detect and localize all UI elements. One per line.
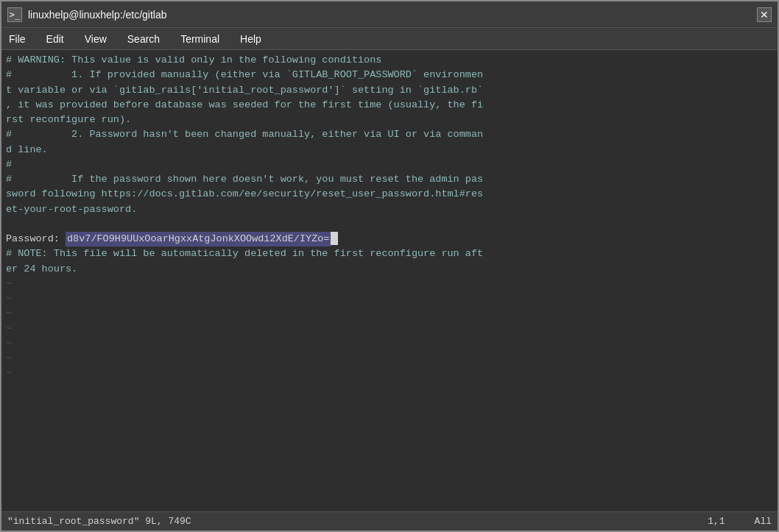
menu-edit[interactable]: Edit	[42, 32, 68, 46]
menu-view[interactable]: View	[80, 32, 111, 46]
title-bar: >_ linuxhelp@linuxhelp:/etc/gitlab ✕	[1, 1, 778, 28]
tilde-1: ~	[6, 277, 773, 291]
title-bar-left: >_ linuxhelp@linuxhelp:/etc/gitlab	[7, 7, 167, 22]
post-line-note: # NOTE: This file will be automatically …	[6, 247, 773, 261]
line-6: # 2. Password hasn't been changed manual…	[6, 127, 773, 142]
line-9: # If the password shown here doesn't wor…	[6, 172, 773, 187]
tilde-2: ~	[6, 291, 773, 306]
close-button[interactable]: ✕	[757, 7, 772, 22]
status-mode: All	[755, 516, 772, 527]
menu-search[interactable]: Search	[123, 32, 164, 46]
line-8: #	[6, 157, 773, 172]
tilde-4: ~	[6, 322, 773, 336]
password-line: Password: d8v7/FO9H9UUxOoarHgxxAtgJonkXO…	[6, 232, 773, 247]
line-2: # 1. If provided manually (either via `G…	[6, 68, 773, 82]
line-5: rst reconfigure run).	[6, 113, 773, 127]
menu-terminal[interactable]: Terminal	[176, 32, 224, 46]
tilde-7: ~	[6, 366, 773, 380]
post-line-note2: er 24 hours.	[6, 262, 773, 277]
password-label: Password:	[6, 232, 66, 247]
status-bar: "initial_root_password" 9L, 749C 1,1 All	[1, 511, 778, 531]
cursor	[331, 232, 338, 245]
status-right: 1,1 All	[708, 516, 772, 527]
tilde-3: ~	[6, 306, 773, 321]
status-filename: "initial_root_password" 9L, 749C	[7, 516, 191, 527]
status-position: 1,1	[708, 516, 725, 527]
line-3: t variable or via `gitlab_rails['initial…	[6, 83, 773, 98]
terminal-icon: >_	[7, 7, 22, 22]
menu-help[interactable]: Help	[236, 32, 266, 46]
text-editor-content[interactable]: # WARNING: This value is valid only in t…	[1, 50, 778, 511]
tilde-6: ~	[6, 351, 773, 366]
line-7: d line.	[6, 143, 773, 157]
line-11: et-your-root-password.	[6, 202, 773, 217]
line-4: , it was provided before database was se…	[6, 98, 773, 113]
tilde-5: ~	[6, 336, 773, 351]
menu-bar: File Edit View Search Terminal Help	[1, 28, 778, 50]
line-10: sword following https://docs.gitlab.com/…	[6, 187, 773, 202]
terminal-window: >_ linuxhelp@linuxhelp:/etc/gitlab ✕ Fil…	[0, 0, 779, 532]
line-blank	[6, 217, 773, 232]
password-value: d8v7/FO9H9UUxOoarHgxxAtgJonkXOOwdi2XdE/I…	[66, 232, 331, 247]
menu-file[interactable]: File	[4, 32, 30, 46]
line-1: # WARNING: This value is valid only in t…	[6, 53, 773, 68]
window-title: linuxhelp@linuxhelp:/etc/gitlab	[28, 9, 167, 21]
